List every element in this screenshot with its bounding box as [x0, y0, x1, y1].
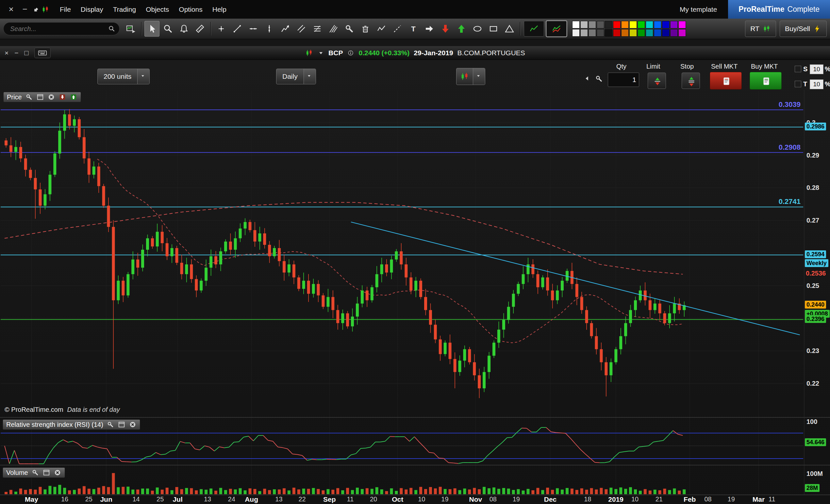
sell-market-button[interactable] — [710, 72, 742, 90]
color-swatch[interactable] — [638, 21, 645, 28]
color-swatch[interactable] — [588, 21, 596, 28]
take-profit-checkbox[interactable] — [795, 81, 801, 87]
menu-trading[interactable]: Trading — [108, 5, 141, 13]
volume-close-icon[interactable] — [54, 469, 61, 477]
color-swatch[interactable] — [670, 21, 678, 28]
pitchfork-tool[interactable] — [326, 21, 341, 37]
chart-maximize-icon[interactable]: □ — [25, 49, 29, 57]
color-swatch[interactable] — [646, 21, 653, 28]
timeframe-dropdown[interactable]: Daily — [276, 69, 316, 84]
ellipse-tool[interactable] — [470, 21, 485, 37]
instrument-dropdown-icon[interactable] — [318, 50, 324, 56]
chart-minimize-icon[interactable]: − — [14, 49, 18, 57]
point-tool[interactable] — [214, 21, 229, 37]
rsi-window-icon[interactable] — [118, 421, 126, 429]
move-panel-up-icon[interactable] — [70, 93, 77, 101]
cursor-tool[interactable] — [145, 21, 159, 37]
color-swatch[interactable] — [654, 29, 661, 37]
menu-display[interactable]: Display — [76, 5, 108, 13]
color-swatch[interactable] — [572, 21, 580, 28]
chart-style-mountain-button[interactable] — [546, 21, 567, 37]
arrow-up-tool[interactable] — [454, 21, 469, 37]
price-window-icon[interactable] — [36, 93, 44, 101]
rsi-settings-icon[interactable] — [106, 421, 115, 429]
color-swatch[interactable] — [588, 29, 596, 37]
info-icon[interactable] — [347, 49, 354, 57]
color-swatch[interactable] — [580, 29, 588, 37]
limit-order-button[interactable] — [648, 72, 666, 89]
color-swatch[interactable] — [597, 29, 604, 37]
trend-tool[interactable] — [278, 21, 293, 37]
color-swatch[interactable] — [613, 21, 620, 28]
color-swatch[interactable] — [678, 29, 686, 37]
close-icon[interactable]: × — [5, 0, 17, 19]
chart-type-button[interactable] — [456, 68, 485, 85]
color-swatch[interactable] — [605, 21, 612, 28]
chart-canvas[interactable]: 0.30390.29080.2741 — [0, 90, 830, 496]
color-swatch[interactable] — [646, 29, 653, 37]
color-swatch[interactable] — [654, 21, 661, 28]
buy-sell-button[interactable]: Buy/Sell — [780, 21, 827, 37]
arrow-right-tool[interactable] — [422, 21, 437, 37]
order-settings-icon[interactable] — [595, 74, 603, 83]
color-swatch[interactable] — [605, 29, 612, 37]
measure-tool[interactable] — [192, 21, 208, 37]
stop-order-button[interactable] — [682, 72, 700, 89]
delete-tool[interactable] — [358, 21, 373, 37]
units-dropdown[interactable]: 200 units — [97, 69, 150, 84]
triangle-tool[interactable] — [502, 21, 517, 37]
rectangle-tool[interactable] — [486, 21, 501, 37]
color-swatch[interactable] — [621, 21, 629, 28]
keyboard-shortcut-button[interactable] — [34, 48, 51, 58]
color-swatch[interactable] — [670, 29, 678, 37]
color-swatch[interactable] — [662, 21, 670, 28]
color-swatch[interactable] — [613, 29, 620, 37]
vertical-line-tool[interactable] — [262, 21, 277, 37]
detach-icon[interactable] — [33, 6, 39, 13]
color-swatch[interactable] — [662, 29, 670, 37]
color-swatch[interactable] — [678, 21, 686, 28]
menu-options[interactable]: Options — [174, 5, 207, 13]
menu-help[interactable]: Help — [208, 5, 231, 13]
stop-loss-checkbox[interactable] — [795, 66, 801, 72]
rsi-close-icon[interactable] — [129, 421, 136, 429]
move-panel-down-icon[interactable] — [59, 93, 66, 101]
menu-file[interactable]: File — [55, 5, 76, 13]
text-tool[interactable]: T — [406, 21, 421, 37]
search-input[interactable] — [9, 25, 108, 33]
drawing-tools-button[interactable] — [342, 21, 357, 37]
qty-input[interactable] — [608, 72, 639, 87]
take-profit-input[interactable] — [810, 80, 824, 89]
color-swatch[interactable] — [597, 21, 604, 28]
zoom-tool[interactable] — [160, 21, 175, 37]
color-swatch[interactable] — [580, 21, 588, 28]
price-close-icon[interactable] — [47, 93, 55, 101]
my-template-button[interactable]: My template — [680, 5, 717, 13]
stop-loss-input[interactable] — [810, 64, 824, 74]
zigzag-tool[interactable] — [374, 21, 389, 37]
parallel-lines-tool[interactable] — [294, 21, 309, 37]
oblique-line-tool[interactable] — [390, 21, 405, 37]
collapse-panel-icon[interactable] — [584, 75, 590, 82]
instrument-symbol[interactable]: BCP — [328, 49, 343, 57]
color-swatch[interactable] — [629, 21, 637, 28]
horizontal-segment-tool[interactable] — [246, 21, 261, 37]
chart-style-line-button[interactable] — [524, 21, 544, 37]
import-export-button[interactable] — [123, 21, 138, 37]
color-swatch[interactable] — [572, 29, 580, 37]
fibonacci-tool[interactable] — [310, 21, 325, 37]
volume-window-icon[interactable] — [42, 469, 50, 477]
menu-objects[interactable]: Objects — [141, 5, 174, 13]
color-swatch[interactable] — [621, 29, 629, 37]
time-axis[interactable]: May1625Jun1425Jul1324Aug1322Sep1120Oct10… — [0, 496, 830, 504]
arrow-down-tool[interactable] — [438, 21, 453, 37]
color-swatch[interactable] — [638, 29, 645, 37]
realtime-button[interactable]: RT — [745, 21, 776, 37]
price-settings-icon[interactable] — [25, 93, 33, 101]
minimize-icon[interactable]: − — [19, 0, 31, 19]
chart-close-icon[interactable]: × — [5, 49, 8, 57]
color-swatch[interactable] — [629, 29, 637, 37]
alerts-tool[interactable] — [177, 21, 191, 37]
volume-settings-icon[interactable] — [31, 469, 39, 477]
buy-market-button[interactable] — [749, 72, 781, 90]
